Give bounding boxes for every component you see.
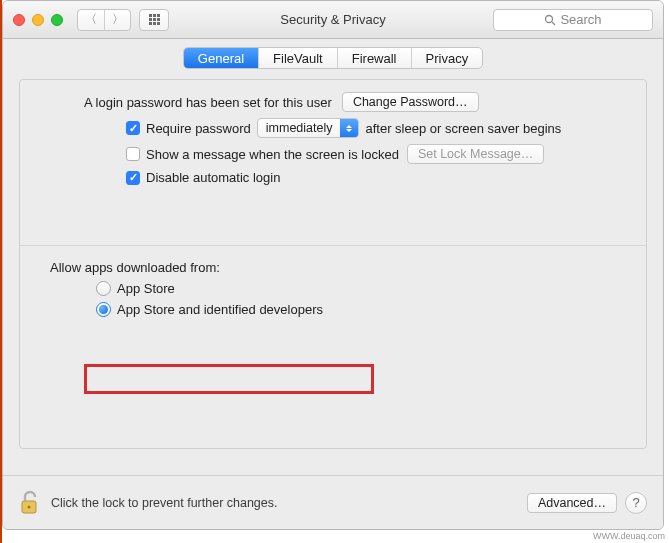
disable-automatic-login-checkbox[interactable] xyxy=(126,171,140,185)
nav-forward-button[interactable]: 〉 xyxy=(104,10,130,30)
search-input[interactable]: Search xyxy=(493,9,653,31)
help-icon: ? xyxy=(632,495,639,510)
radio-app-store-identified-label: App Store and identified developers xyxy=(117,302,323,317)
require-password-delay-select[interactable]: immediately xyxy=(257,118,360,138)
tab-filevault[interactable]: FileVault xyxy=(258,48,337,68)
svg-point-3 xyxy=(28,505,31,508)
disable-automatic-login-label: Disable automatic login xyxy=(146,170,280,185)
require-password-label-before: Require password xyxy=(146,121,251,136)
allow-apps-heading: Allow apps downloaded from: xyxy=(50,260,628,275)
radio-app-store-identified[interactable] xyxy=(96,302,111,317)
nav-back-button[interactable]: 〈 xyxy=(78,10,104,30)
login-password-set-label: A login password has been set for this u… xyxy=(84,95,332,110)
svg-point-0 xyxy=(546,15,553,22)
radio-app-store-label: App Store xyxy=(117,281,175,296)
traffic-lights xyxy=(13,14,63,26)
tab-general[interactable]: General xyxy=(184,48,258,68)
tab-firewall[interactable]: Firewall xyxy=(337,48,411,68)
select-value: immediately xyxy=(258,121,341,135)
set-lock-message-button: Set Lock Message… xyxy=(407,144,544,164)
help-button[interactable]: ? xyxy=(625,492,647,514)
highlight-annotation xyxy=(84,364,374,394)
watermark: WWW.deuaq.com xyxy=(593,531,665,541)
minimize-icon[interactable] xyxy=(32,14,44,26)
lock-icon[interactable] xyxy=(19,490,41,516)
security-privacy-window: 〈 〉 Security & Privacy Search General Fi… xyxy=(2,0,664,530)
tab-privacy[interactable]: Privacy xyxy=(411,48,483,68)
show-lock-message-label: Show a message when the screen is locked xyxy=(146,147,399,162)
lock-text: Click the lock to prevent further change… xyxy=(51,496,278,510)
select-stepper-icon xyxy=(340,119,358,137)
change-password-button[interactable]: Change Password… xyxy=(342,92,479,112)
require-password-label-after: after sleep or screen saver begins xyxy=(365,121,561,136)
show-all-button[interactable] xyxy=(139,9,169,31)
radio-app-store[interactable] xyxy=(96,281,111,296)
close-icon[interactable] xyxy=(13,14,25,26)
grid-icon xyxy=(149,14,160,25)
nav-back-forward: 〈 〉 xyxy=(77,9,131,31)
zoom-icon[interactable] xyxy=(51,14,63,26)
show-lock-message-checkbox[interactable] xyxy=(126,147,140,161)
chevron-left-icon: 〈 xyxy=(85,11,97,28)
svg-line-1 xyxy=(552,22,555,25)
panel-divider xyxy=(20,245,646,246)
general-panel: A login password has been set for this u… xyxy=(19,79,647,449)
window-footer: Click the lock to prevent further change… xyxy=(3,475,663,529)
search-icon xyxy=(544,14,556,26)
require-password-checkbox[interactable] xyxy=(126,121,140,135)
advanced-button[interactable]: Advanced… xyxy=(527,493,617,513)
pane-tabs: General FileVault Firewall Privacy xyxy=(183,47,483,69)
chevron-right-icon: 〉 xyxy=(112,11,124,28)
search-placeholder: Search xyxy=(560,12,601,27)
window-toolbar: 〈 〉 Security & Privacy Search xyxy=(3,1,663,39)
